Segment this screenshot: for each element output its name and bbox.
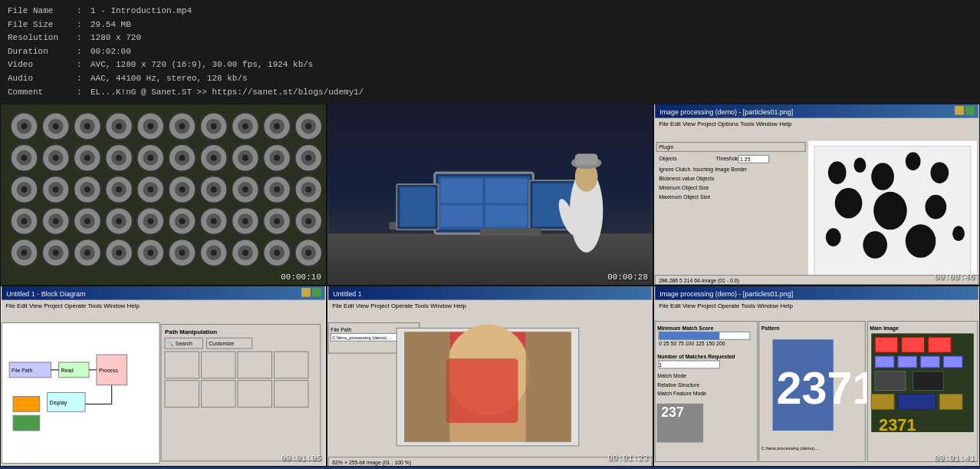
svg-rect-220 <box>201 352 235 378</box>
svg-rect-226 <box>274 380 308 407</box>
svg-point-3 <box>21 124 28 130</box>
svg-point-24 <box>242 124 248 130</box>
svg-rect-298 <box>898 394 936 409</box>
metadata-panel: File Name : 1 - Introduction.mp4 File Si… <box>0 0 980 104</box>
comment-label: Comment <box>8 86 77 100</box>
video-row: Video : AVC, 1280 x 720 (16:9), 30.00 fp… <box>8 58 972 72</box>
svg-point-27 <box>274 124 280 130</box>
svg-text:Process: Process <box>99 367 118 372</box>
svg-rect-167 <box>575 154 598 165</box>
duration-value: 00:02:00 <box>90 45 131 59</box>
svg-point-195 <box>930 162 949 183</box>
svg-text:Display: Display <box>50 400 67 406</box>
svg-point-129 <box>84 250 90 256</box>
timestamp-4: 00:01:05 <box>281 454 321 463</box>
resolution-value: 1280 x 720 <box>90 31 141 45</box>
resolution-row: Resolution : 1280 x 720 <box>8 31 972 45</box>
svg-point-117 <box>274 218 280 224</box>
comment-value: EL...K!nG @ Sanet.ST >> https://sanet.st… <box>90 86 363 100</box>
svg-rect-266 <box>655 310 978 321</box>
svg-text:0   25   50   75   100   125  : 0 25 50 75 100 125 150 200 <box>659 341 725 346</box>
thumbnails-grid: circles grid <box>0 104 980 467</box>
svg-point-54 <box>242 155 248 161</box>
circles-pattern: circles grid <box>5 109 321 280</box>
svg-point-81 <box>211 187 217 193</box>
svg-point-75 <box>147 187 153 193</box>
video-label: Video <box>8 58 77 72</box>
comment-row: Comment : EL...K!nG @ Sanet.ST >> https:… <box>8 86 972 100</box>
svg-text:Image processing (demo) - [par: Image processing (demo) - [particles01.p… <box>659 108 793 116</box>
svg-rect-293 <box>921 356 940 368</box>
duration-row: Duration : 00:02:00 <box>8 45 972 59</box>
svg-point-72 <box>116 187 122 193</box>
svg-rect-288 <box>875 337 898 352</box>
svg-text:🔍 Search: 🔍 Search <box>167 340 192 347</box>
svg-rect-157 <box>400 187 436 226</box>
thumbnail-3[interactable]: Image processing (demo) - [particles01.p… <box>653 104 980 286</box>
svg-point-69 <box>84 187 90 193</box>
svg-text:1: 1 <box>659 362 662 368</box>
svg-point-198 <box>925 195 946 220</box>
svg-point-102 <box>116 218 122 224</box>
svg-point-193 <box>871 163 894 190</box>
svg-text:286.286 5 214 64-image (01 - 0: 286.286 5 214 64-image (01 - 0.0) <box>659 278 739 284</box>
svg-text:Pattern: Pattern <box>761 325 780 331</box>
svg-point-147 <box>274 250 280 256</box>
thumbnail-4[interactable]: Untitled 1 - Block Diagram File Edit Vie… <box>0 286 327 467</box>
filesize-value: 29.54 MB <box>90 18 131 32</box>
svg-rect-222 <box>274 352 308 378</box>
svg-text:Blobness value Objects: Blobness value Objects <box>659 176 715 182</box>
svg-point-123 <box>21 250 28 256</box>
svg-point-57 <box>274 155 280 161</box>
svg-rect-256 <box>446 358 518 423</box>
svg-rect-240 <box>13 396 40 411</box>
thumbnail-6[interactable]: Image processing (demo) - [particles01.p… <box>653 286 980 467</box>
svg-text:Maximum Object Size: Maximum Object Size <box>659 194 710 200</box>
svg-point-63 <box>21 187 28 193</box>
thumbnail-2[interactable]: 00:00:28 <box>327 104 653 286</box>
svg-point-60 <box>305 155 311 161</box>
svg-rect-270 <box>659 332 719 339</box>
svg-text:C:\lena_processing (demo)....: C:\lena_processing (demo).... <box>332 335 392 340</box>
svg-rect-212 <box>2 310 325 322</box>
animation-scene <box>327 104 653 285</box>
audio-label: Audio <box>8 72 77 86</box>
svg-text:Customize: Customize <box>209 341 234 346</box>
svg-point-196 <box>835 188 863 219</box>
svg-rect-178 <box>655 141 807 285</box>
svg-text:2371: 2371 <box>879 415 916 434</box>
svg-rect-273 <box>659 361 719 368</box>
svg-text:C:\lena processing (demo)....: C:\lena processing (demo).... <box>761 445 820 450</box>
filename-value: 1 - Introduction.mp4 <box>90 5 192 18</box>
svg-text:File Edit View Project Options: File Edit View Project Options Tools Win… <box>659 121 792 127</box>
filename-row: File Name : 1 - Introduction.mp4 <box>8 5 972 18</box>
svg-text:Relative Structure: Relative Structure <box>657 381 699 387</box>
svg-rect-163 <box>485 206 527 227</box>
svg-rect-174 <box>965 106 975 115</box>
svg-point-138 <box>179 250 186 256</box>
svg-point-135 <box>147 250 153 256</box>
svg-text:Untitled 1: Untitled 1 <box>333 290 362 298</box>
duration-label: Duration <box>8 45 77 59</box>
audio-row: Audio : AAC, 44100 Hz, stereo, 128 kb/s <box>8 72 972 86</box>
svg-text:Ignore Clutch. touching Image : Ignore Clutch. touching Image Border <box>659 167 747 173</box>
svg-point-201 <box>906 224 936 258</box>
svg-rect-291 <box>875 356 894 368</box>
svg-point-42 <box>116 155 122 161</box>
svg-text:File Path: File Path <box>12 367 32 372</box>
svg-rect-297 <box>871 394 894 409</box>
thumbnail-5[interactable]: Untitled 1 File Edit View Project Operat… <box>327 286 653 467</box>
svg-rect-219 <box>165 352 199 378</box>
svg-rect-299 <box>939 394 962 409</box>
svg-point-199 <box>826 228 841 246</box>
svg-rect-152 <box>328 233 652 284</box>
svg-rect-243 <box>328 286 652 300</box>
resolution-label: Resolution <box>8 31 77 45</box>
svg-point-197 <box>873 192 907 230</box>
svg-point-150 <box>305 250 311 256</box>
svg-text:Plugin: Plugin <box>659 145 673 151</box>
thumbnail-1[interactable]: circles grid <box>0 104 327 286</box>
svg-point-78 <box>179 187 186 193</box>
svg-rect-292 <box>898 356 917 368</box>
svg-point-120 <box>305 218 311 224</box>
